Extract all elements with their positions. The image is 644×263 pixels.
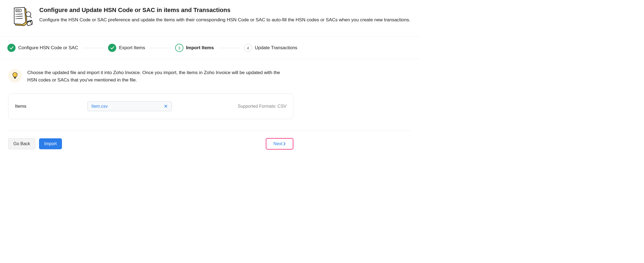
footer-actions: Go Back Import Next xyxy=(8,138,293,150)
svg-line-16 xyxy=(32,24,33,25)
step-update-transactions: 4 Update Transactions xyxy=(244,44,297,52)
svg-rect-17 xyxy=(14,77,16,78)
lightbulb-icon xyxy=(8,69,22,83)
step-label: Export Items xyxy=(119,45,145,51)
svg-line-11 xyxy=(30,16,31,18)
svg-line-15 xyxy=(32,20,33,24)
svg-point-8 xyxy=(16,18,16,19)
step-number: 3 xyxy=(175,44,183,52)
page-title: Configure and Update HSN Code or SAC in … xyxy=(39,7,412,14)
step-label: Import Items xyxy=(186,45,214,51)
file-chip[interactable]: Item.csv ✕ xyxy=(87,101,172,111)
step-connector xyxy=(218,48,240,48)
page-header: HSN Configure and Update HSN Code xyxy=(0,0,420,37)
step-connector xyxy=(149,48,171,48)
step-number: 4 xyxy=(244,44,252,52)
chevron-right-icon xyxy=(284,142,286,145)
svg-point-4 xyxy=(16,14,16,14)
next-button[interactable]: Next xyxy=(266,138,293,150)
import-button[interactable]: Import xyxy=(39,138,62,149)
file-name: Item.csv xyxy=(91,104,108,109)
check-icon xyxy=(7,44,16,52)
step-connector xyxy=(82,48,104,48)
hsn-document-icon: HSN xyxy=(8,7,33,28)
stepper: Configure HSN Code or SAC Export Items 3… xyxy=(0,37,420,59)
info-text: Choose the updated file and import it in… xyxy=(27,69,289,84)
divider xyxy=(8,131,412,131)
step-label: Configure HSN Code or SAC xyxy=(18,45,78,51)
info-callout: Choose the updated file and import it in… xyxy=(8,69,412,84)
svg-line-7 xyxy=(17,16,22,16)
svg-point-6 xyxy=(16,16,16,17)
step-label: Update Transactions xyxy=(255,45,297,51)
step-export-items: Export Items xyxy=(108,44,145,52)
step-configure-hsn: Configure HSN Code or SAC xyxy=(7,44,78,52)
svg-rect-18 xyxy=(14,78,16,78)
svg-text:HSN: HSN xyxy=(16,10,20,11)
check-icon xyxy=(108,44,116,52)
svg-line-9 xyxy=(17,18,22,19)
step-import-items: 3 Import Items xyxy=(175,44,214,52)
next-label: Next xyxy=(273,141,282,146)
supported-formats: Supported Formats: CSV xyxy=(238,104,287,109)
upload-label: Items xyxy=(15,104,87,109)
svg-line-5 xyxy=(17,14,22,14)
page-description: Configure the HSN Code or SAC preference… xyxy=(39,16,412,24)
upload-card: Items Item.csv ✕ Supported Formats: CSV xyxy=(8,93,293,119)
go-back-button[interactable]: Go Back xyxy=(8,138,35,149)
remove-file-icon[interactable]: ✕ xyxy=(164,104,168,109)
